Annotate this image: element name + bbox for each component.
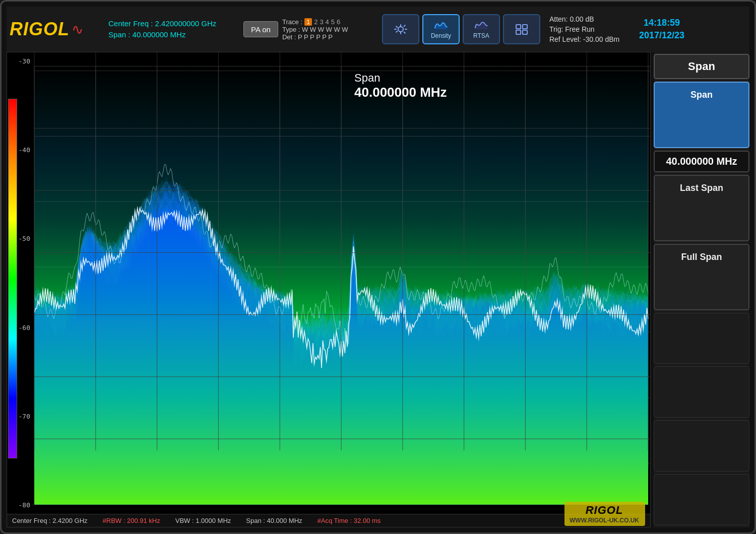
trace-num-1[interactable]: 1 — [304, 18, 312, 26]
bottom-span: Span : 40.000 MHz — [246, 517, 302, 524]
sidebar-empty-4 — [654, 474, 749, 525]
svg-point-0 — [398, 27, 403, 32]
grid-tool-button[interactable] — [503, 14, 540, 44]
svg-rect-1 — [516, 25, 521, 29]
sidebar-empty-3 — [654, 420, 749, 472]
y-axis: -30 -40 -50 -60 -70 -80 — [7, 52, 33, 514]
y-label-60: -60 — [7, 324, 33, 331]
bottom-acq-time: #Acq Time : 32.00 ms — [318, 517, 381, 524]
span-label: Span : 40.000000 MHz — [108, 29, 239, 41]
freq-info: Center Freq : 2.420000000 GHz Span : 40.… — [108, 18, 239, 41]
y-label-30: -30 — [7, 57, 33, 65]
ref-level-label: Ref Level: -30.00 dBm — [549, 35, 630, 43]
watermark-url: WWW.RIGOL-UK.CO.UK — [570, 517, 639, 524]
datetime-display: 14:18:59 2017/12/23 — [639, 17, 684, 42]
type-row: Type : W W W W W W — [282, 26, 373, 33]
svg-rect-2 — [523, 25, 527, 29]
bottom-rbw: #RBW : 200.91 kHz — [103, 517, 160, 524]
svg-rect-3 — [516, 30, 521, 34]
y-label-40: -40 — [7, 146, 33, 154]
span-value-display: 40.000000 MHz — [654, 151, 749, 172]
bottom-vbw: VBW : 1.0000 MHz — [175, 517, 231, 524]
time-label: 14:18:59 — [639, 17, 684, 29]
settings-tool-button[interactable] — [382, 14, 419, 44]
pa-on-button[interactable]: PA on — [243, 21, 278, 37]
center-freq-label: Center Freq : 2.420000000 GHz — [108, 18, 239, 30]
atten-info: Atten: 0.00 dB Trig: Free Run Ref Level:… — [549, 15, 630, 43]
date-label: 2017/12/23 — [639, 29, 684, 42]
sidebar-empty-1 — [654, 313, 749, 364]
rigol-logo: RIGOL — [10, 19, 70, 40]
watermark-rigol: RIGOL — [570, 504, 639, 517]
watermark-box: RIGOL WWW.RIGOL-UK.CO.UK — [564, 502, 645, 526]
span-sidebar-button[interactable]: Span — [654, 82, 749, 148]
trace-label: Trace : — [282, 18, 302, 26]
spectrum-area: -30 -40 -50 -60 -70 -80 Span 40.000000 M… — [7, 52, 651, 527]
trace-info: Trace : 1 2 3 4 5 6 Type : W W W W W W D… — [282, 18, 373, 41]
main-content: -30 -40 -50 -60 -70 -80 Span 40.000000 M… — [7, 52, 749, 527]
y-label-80: -80 — [7, 501, 33, 509]
y-label-70: -70 — [7, 413, 33, 420]
full-span-button[interactable]: Full Span — [654, 244, 749, 310]
trace-num-3[interactable]: 3 — [320, 18, 323, 26]
spectrum-canvas-wrapper: -30 -40 -50 -60 -70 -80 Span 40.000000 M… — [7, 52, 650, 514]
trig-label: Trig: Free Run — [549, 25, 630, 33]
rtsa-tool-button[interactable]: RTSA — [463, 14, 500, 44]
type-label: Type : W W W W W W — [282, 26, 348, 33]
spectrum-canvas — [7, 52, 650, 514]
logo-wave: ∿ — [72, 21, 83, 38]
top-bar: RIGOL ∿ Center Freq : 2.420000000 GHz Sp… — [7, 7, 749, 52]
sidebar-empty-2 — [654, 366, 749, 418]
y-label-50: -50 — [7, 235, 33, 242]
trace-num-6[interactable]: 6 — [337, 18, 340, 26]
bottom-center-freq: Center Freq : 2.4200 GHz — [12, 517, 88, 524]
sidebar-title: Span — [654, 54, 749, 79]
atten-label: Atten: 0.00 dB — [549, 15, 630, 23]
right-sidebar: Span Span 40.000000 MHz Last Span Full S… — [654, 52, 749, 527]
tool-buttons: Density RTSA — [382, 14, 540, 44]
det-label: Det : P P P P P P — [282, 33, 333, 41]
last-span-button[interactable]: Last Span — [654, 175, 749, 241]
density-label: Density — [431, 32, 451, 39]
logo-area: RIGOL ∿ — [10, 19, 100, 40]
svg-rect-4 — [523, 30, 527, 34]
trace-num-2[interactable]: 2 — [314, 18, 318, 26]
bottom-bar: Center Freq : 2.4200 GHz #RBW : 200.91 k… — [7, 514, 650, 527]
trace-row: Trace : 1 2 3 4 5 6 — [282, 18, 373, 26]
det-row: Det : P P P P P P — [282, 33, 373, 41]
trace-num-4[interactable]: 4 — [326, 18, 329, 26]
rtsa-label: RTSA — [473, 32, 489, 39]
density-tool-button[interactable]: Density — [422, 14, 460, 44]
trace-num-5[interactable]: 5 — [331, 18, 335, 26]
